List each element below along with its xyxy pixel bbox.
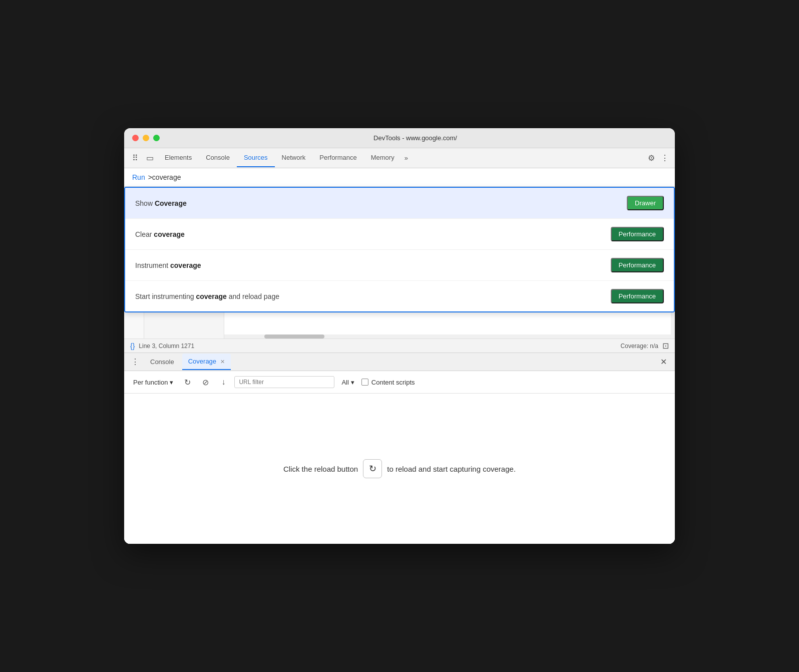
- drawer-tab-console[interactable]: Console: [144, 354, 180, 370]
- coverage-toolbar: Per function ▾ ↻ ⊘ ↓ All ▾ Content scrip…: [124, 371, 675, 394]
- command-item-start-instrument[interactable]: Start instrumenting coverage and reload …: [125, 281, 674, 311]
- message-after: to reload and start capturing coverage.: [387, 465, 516, 473]
- device-icon[interactable]: ▭: [142, 148, 158, 168]
- devtools-window: DevTools - www.google.com/ ⠿ ▭ Elements …: [124, 128, 675, 544]
- command-item-show-coverage[interactable]: Show Coverage Drawer: [125, 188, 674, 219]
- performance-badge-3[interactable]: Performance: [611, 289, 664, 303]
- drawer-close-button[interactable]: ✕: [656, 354, 671, 370]
- curly-braces-icon[interactable]: {}: [130, 342, 135, 350]
- cursor-position: Line 3, Column 1271: [139, 343, 194, 350]
- tab-memory[interactable]: Memory: [364, 149, 402, 167]
- content-scripts-toggle[interactable]: Content scripts: [361, 379, 415, 386]
- clear-coverage-button[interactable]: ⊘: [198, 375, 212, 389]
- maximize-button[interactable]: [153, 135, 160, 141]
- more-tabs-button[interactable]: »: [402, 149, 411, 167]
- reload-message: Click the reload button ↻ to reload and …: [283, 459, 516, 478]
- drawer-badge[interactable]: Drawer: [627, 196, 664, 210]
- close-button[interactable]: [132, 135, 139, 141]
- settings-icon[interactable]: ⚙: [644, 149, 659, 167]
- all-types-dropdown[interactable]: All ▾: [338, 377, 357, 388]
- tab-console[interactable]: Console: [199, 149, 237, 167]
- coverage-tab-close[interactable]: ✕: [220, 359, 225, 365]
- message-before: Click the reload button: [283, 465, 358, 473]
- status-left: {} Line 3, Column 1271: [130, 342, 194, 350]
- tab-elements[interactable]: Elements: [158, 149, 199, 167]
- command-input-text[interactable]: >coverage: [148, 173, 181, 181]
- all-label: All: [341, 379, 348, 386]
- title-bar: DevTools - www.google.com/: [124, 128, 675, 148]
- command-overlay: Run >coverage Show Coverage Drawer: [124, 168, 675, 312]
- drawer-tab-coverage[interactable]: Coverage ✕: [182, 354, 231, 370]
- command-item-instrument-coverage[interactable]: Instrument coverage Performance: [125, 250, 674, 281]
- download-coverage-button[interactable]: ↓: [216, 375, 230, 389]
- content-scripts-checkbox[interactable]: [361, 379, 368, 386]
- reload-icon-button[interactable]: ↻: [363, 459, 382, 478]
- command-dropdown: Show Coverage Drawer Clear coverage Perf…: [124, 187, 675, 312]
- tab-performance[interactable]: Performance: [312, 149, 363, 167]
- per-function-dropdown[interactable]: Per function ▾: [130, 377, 176, 388]
- drawer-panel: ⋮ Console Coverage ✕ ✕ Per function ▾ ↻ …: [124, 353, 675, 544]
- inspect-icon[interactable]: ⠿: [128, 148, 142, 168]
- status-bar: {} Line 3, Column 1271 Coverage: n/a ⊡: [124, 339, 675, 353]
- all-arrow-icon: ▾: [351, 379, 354, 386]
- tab-sources[interactable]: Sources: [237, 149, 275, 167]
- command-item-2-text: Clear coverage: [135, 230, 185, 238]
- per-function-arrow-icon: ▾: [170, 379, 173, 386]
- content-scripts-label-text: Content scripts: [371, 379, 415, 386]
- url-filter-input[interactable]: [234, 376, 334, 388]
- minimize-button[interactable]: [143, 135, 149, 141]
- command-item-3-text: Instrument coverage: [135, 261, 201, 269]
- reload-coverage-button[interactable]: ↻: [180, 375, 194, 389]
- status-right: Coverage: n/a ⊡: [621, 341, 669, 351]
- command-bar: Run >coverage: [124, 168, 675, 187]
- command-item-4-text: Start instrumenting coverage and reload …: [135, 292, 279, 300]
- tab-network[interactable]: Network: [275, 149, 313, 167]
- coverage-content: Click the reload button ↻ to reload and …: [124, 394, 675, 544]
- per-function-label: Per function: [133, 379, 168, 386]
- h-scrollbar-thumb: [264, 334, 324, 339]
- performance-badge-1[interactable]: Performance: [611, 227, 664, 241]
- run-label: Run: [132, 173, 145, 181]
- window-title: DevTools - www.google.com/: [164, 134, 667, 142]
- command-item-1-text: Show Coverage: [135, 199, 187, 207]
- drawer-menu-icon[interactable]: ⋮: [128, 353, 142, 371]
- horizontal-scrollbar[interactable]: [224, 334, 671, 339]
- coverage-status: Coverage: n/a: [621, 343, 658, 350]
- screenshot-icon[interactable]: ⊡: [662, 341, 669, 351]
- drawer-tabs: ⋮ Console Coverage ✕ ✕: [124, 353, 675, 371]
- devtools-tabs: ⠿ ▭ Elements Console Sources Network Per…: [124, 148, 675, 168]
- more-options-icon[interactable]: ⋮: [659, 149, 671, 167]
- performance-badge-2[interactable]: Performance: [611, 258, 664, 272]
- devtools-body: ⠿ ▭ Elements Console Sources Network Per…: [124, 148, 675, 544]
- command-item-clear-coverage[interactable]: Clear coverage Performance: [125, 219, 674, 250]
- source-content-area: ⊡ ⊞ (ind... – –: [124, 168, 675, 339]
